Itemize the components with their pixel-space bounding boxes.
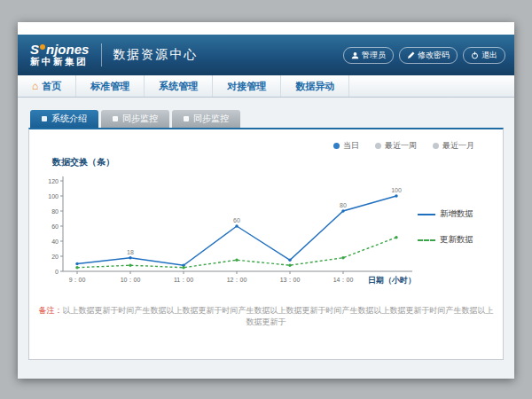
nav-label: 对接管理	[227, 80, 266, 93]
nav-label: 系统管理	[159, 80, 198, 93]
series-line	[77, 196, 396, 265]
svg-text:80: 80	[51, 208, 59, 215]
content-area: 系统介绍同步监控同步监控 当日最近一周最近一月 数据交换（条） 02040608…	[18, 98, 514, 379]
change-password-button[interactable]: 修改密码	[399, 47, 458, 64]
note-prefix: 备注：	[39, 306, 63, 315]
tab-sync-monitor-2[interactable]: 同步监控	[172, 110, 240, 128]
app-header: Snjones 新中新集团 数据资源中心 管理员修改密码退出	[18, 35, 514, 75]
radio-label: 最近一周	[385, 140, 417, 152]
note-text: 以上数据更新于时间产生数据以上数据更新于时间产生数据以上数据更新于时间产生数据以…	[63, 306, 494, 326]
legend-item: 新增数据	[418, 208, 489, 220]
app-title: 数据资源中心	[113, 47, 198, 63]
svg-text:18: 18	[127, 249, 134, 255]
user-icon	[351, 51, 359, 59]
main-nav: ⌂首页标准管理系统管理对接管理数据异动	[18, 75, 514, 98]
tab-bullet-icon	[113, 116, 118, 121]
button-label: 修改密码	[418, 50, 450, 61]
app-window: Snjones 新中新集团 数据资源中心 管理员修改密码退出 ⌂首页标准管理系统…	[18, 22, 514, 379]
radio-dot-icon	[375, 143, 381, 149]
header-actions: 管理员修改密码退出	[343, 47, 505, 64]
svg-text:60: 60	[51, 223, 59, 230]
desktop-background: Snjones 新中新集团 数据资源中心 管理员修改密码退出 ⌂首页标准管理系统…	[0, 0, 532, 399]
nav-item-standard-mgmt[interactable]: 标准管理	[76, 75, 145, 97]
time-range-selector: 当日最近一周最近一月	[333, 140, 474, 152]
radio-label: 当日	[343, 140, 359, 152]
tab-bar: 系统介绍同步监控同步监控	[30, 110, 504, 128]
legend-label: 更新数据	[440, 234, 473, 246]
tab-system-intro[interactable]: 系统介绍	[30, 110, 98, 128]
tab-bullet-icon	[42, 116, 47, 121]
nav-label: 标准管理	[90, 80, 129, 93]
svg-text:80: 80	[340, 202, 347, 208]
admin-user-button[interactable]: 管理员	[343, 47, 394, 64]
logo-wordmark: Snjones	[30, 43, 89, 58]
chart-panel: 当日最近一周最近一月 数据交换（条） 0204060801001209：0010…	[28, 128, 504, 360]
series-line	[77, 238, 396, 268]
nav-label: 首页	[42, 80, 61, 93]
legend-label: 新增数据	[440, 208, 473, 220]
svg-text:60: 60	[233, 217, 240, 223]
logo-subtitle: 新中新集团	[30, 57, 89, 67]
tab-label: 同步监控	[122, 113, 158, 125]
tab-bullet-icon	[184, 116, 189, 121]
svg-text:40: 40	[51, 239, 59, 245]
svg-text:9：00: 9：00	[69, 277, 86, 283]
nav-item-home[interactable]: ⌂首页	[18, 75, 76, 97]
nav-item-system-mgmt[interactable]: 系统管理	[145, 75, 213, 97]
radio-dot-icon	[433, 143, 439, 149]
home-icon: ⌂	[32, 81, 38, 91]
svg-text:120: 120	[48, 178, 59, 184]
x-axis-title-text: 日期（小时）	[368, 276, 416, 285]
svg-text:0: 0	[55, 269, 59, 275]
range-last-month[interactable]: 最近一月	[433, 140, 474, 152]
svg-text:100: 100	[48, 193, 59, 200]
button-label: 退出	[481, 50, 497, 61]
button-label: 管理员	[362, 50, 386, 61]
svg-text:11：00: 11：00	[174, 277, 193, 283]
range-today[interactable]: 当日	[333, 140, 359, 152]
header-divider	[101, 43, 102, 66]
svg-text:10：00: 10：00	[121, 277, 141, 283]
radio-label: 最近一月	[442, 140, 474, 152]
footer-note: 备注：以上数据更新于时间产生数据以上数据更新于时间产生数据以上数据更新于时间产生…	[38, 305, 494, 328]
chart-legend: 新增数据更新数据	[418, 208, 489, 246]
logo-text-part2: njones	[46, 43, 89, 58]
legend-line-sample	[418, 239, 435, 241]
exchange-line-chart: 0204060801001209：0010：0011：0012：0013：001…	[38, 170, 418, 296]
page-top-strip	[18, 22, 514, 35]
tab-label: 系统介绍	[51, 113, 87, 125]
legend-line-sample	[418, 214, 435, 215]
svg-text:13：00: 13：00	[280, 277, 301, 283]
radio-dot-icon	[333, 143, 340, 149]
y-axis-title: 数据交换（条）	[52, 156, 494, 168]
nav-item-interface-mgmt[interactable]: 对接管理	[213, 75, 281, 97]
tab-label: 同步监控	[193, 113, 229, 125]
range-last-week[interactable]: 最近一周	[375, 140, 417, 152]
legend-item: 更新数据	[418, 234, 489, 246]
power-icon	[471, 51, 479, 59]
logo-dot-icon	[40, 44, 45, 50]
edit-icon	[407, 51, 415, 59]
nav-label: 数据异动	[295, 80, 334, 93]
svg-text:14：00: 14：00	[333, 277, 354, 283]
company-logo: Snjones 新中新集团	[30, 43, 89, 67]
logout-button[interactable]: 退出	[463, 47, 505, 64]
chart-row: 0204060801001209：0010：0011：0012：0013：001…	[38, 170, 494, 296]
svg-text:100: 100	[391, 187, 402, 193]
logo-text-part1: S	[30, 43, 39, 58]
nav-item-data-change[interactable]: 数据异动	[281, 75, 349, 97]
tab-sync-monitor-1[interactable]: 同步监控	[101, 110, 169, 128]
svg-text:12：00: 12：00	[227, 277, 247, 283]
svg-text:20: 20	[51, 254, 59, 260]
